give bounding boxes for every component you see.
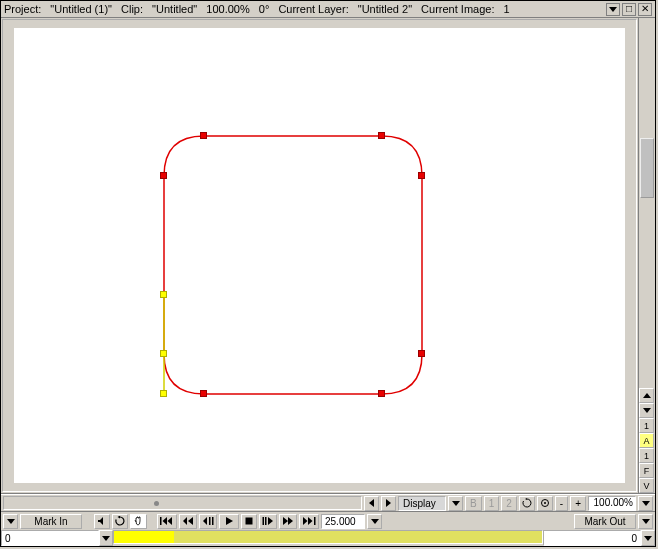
markin-menu-button[interactable]	[3, 514, 18, 529]
path-node-left-top[interactable]	[160, 172, 167, 179]
svg-point-3	[544, 502, 546, 504]
svg-rect-6	[212, 517, 214, 525]
play-button[interactable]	[219, 514, 239, 529]
zoom-in-button[interactable]: +	[570, 496, 586, 511]
side-btn-F[interactable]: F	[639, 463, 654, 478]
canvas-frame	[1, 18, 638, 493]
fit-icon	[540, 498, 550, 508]
fast-forward-icon	[282, 516, 294, 526]
step-forward-button[interactable]	[259, 514, 277, 529]
svg-rect-5	[209, 517, 211, 525]
transport-toolbar: Mark In	[1, 512, 655, 530]
fps-field[interactable]: 25.000	[321, 514, 365, 529]
drawing-canvas[interactable]	[14, 28, 625, 483]
project-label: Project:	[4, 3, 41, 15]
nudge-right-button[interactable]	[381, 496, 396, 511]
go-end-icon	[302, 516, 316, 526]
display-1-button[interactable]: 1	[484, 496, 500, 511]
svg-rect-4	[160, 517, 162, 525]
rewind-button[interactable]	[179, 514, 197, 529]
side-btn-V[interactable]: V	[639, 478, 654, 493]
zoom-out-button[interactable]: -	[555, 496, 568, 511]
refresh-icon	[522, 498, 532, 508]
path-node-bottom-left[interactable]	[200, 390, 207, 397]
loop-icon	[115, 516, 125, 526]
svg-rect-7	[246, 518, 253, 525]
mark-in-button[interactable]: Mark In	[20, 514, 82, 529]
path-node-top-right[interactable]	[378, 132, 385, 139]
control-handle-1[interactable]	[160, 291, 167, 298]
clip-value: "Untitled"	[152, 3, 197, 15]
rotation-value: 0°	[259, 3, 270, 15]
clip-label: Clip:	[121, 3, 143, 15]
scrubber-track[interactable]	[3, 496, 362, 510]
side-btn-A[interactable]: A	[639, 433, 654, 448]
side-scroll-thumb[interactable]	[640, 138, 654, 198]
side-scroll-track[interactable]	[639, 18, 655, 388]
titlebar-menu-button[interactable]	[606, 3, 620, 16]
fit-button[interactable]	[537, 496, 553, 511]
fast-forward-button[interactable]	[279, 514, 297, 529]
titlebar-maximize-button[interactable]: □	[622, 3, 636, 16]
svg-rect-10	[314, 517, 316, 525]
step-back-icon	[202, 516, 214, 526]
zoom-value: 100.00%	[206, 3, 249, 15]
timeline-track[interactable]	[113, 530, 543, 544]
titlebar-close-button[interactable]: ✕	[638, 3, 652, 16]
in-frame-stepper[interactable]	[99, 530, 113, 546]
scrubber-marker[interactable]	[154, 501, 159, 506]
path-node-right-top[interactable]	[418, 172, 425, 179]
timeline-row: 0 0	[1, 530, 655, 546]
in-frame-field[interactable]: 0	[1, 530, 99, 546]
side-arrow-up[interactable]	[639, 388, 654, 403]
hand-tool-button[interactable]	[130, 514, 147, 529]
refresh-button[interactable]	[519, 496, 535, 511]
display-toolbar: Display B 1 2 - + 100.00%	[1, 494, 655, 512]
audio-button[interactable]	[94, 514, 110, 529]
stop-button[interactable]	[241, 514, 257, 529]
stop-icon	[244, 516, 254, 526]
markout-menu-button[interactable]	[638, 514, 653, 529]
zoom-stepper-down[interactable]	[638, 496, 653, 511]
layer-label: Current Layer:	[278, 3, 348, 15]
path-node-bottom-right[interactable]	[378, 390, 385, 397]
image-label: Current Image:	[421, 3, 494, 15]
image-value: 1	[504, 3, 510, 15]
side-btn-1[interactable]: 1	[639, 418, 654, 433]
go-start-icon	[160, 516, 174, 526]
display-2-button[interactable]: 2	[501, 496, 517, 511]
side-btn-1b[interactable]: 1	[639, 448, 654, 463]
project-value: "Untitled (1)"	[50, 3, 112, 15]
nudge-left-button[interactable]	[364, 496, 379, 511]
layer-value: "Untitled 2"	[358, 3, 412, 15]
titlebar: Project: "Untitled (1)" Clip: "Untitled"…	[1, 1, 655, 18]
svg-rect-8	[263, 517, 265, 525]
fps-dropdown-button[interactable]	[367, 514, 382, 529]
step-back-button[interactable]	[199, 514, 217, 529]
mark-out-button[interactable]: Mark Out	[574, 514, 636, 529]
timeline-in-region[interactable]	[114, 531, 174, 543]
display-dropdown-button[interactable]	[448, 496, 463, 511]
control-handle-2[interactable]	[160, 390, 167, 397]
zoom-percent-field[interactable]: 100.00%	[588, 496, 636, 511]
rewind-icon	[182, 516, 194, 526]
side-strip: 1 A 1 F V	[638, 18, 655, 493]
speaker-icon	[97, 516, 107, 526]
path-node-top-left[interactable]	[200, 132, 207, 139]
path-node-left-bottom-selected[interactable]	[160, 350, 167, 357]
svg-rect-9	[265, 517, 267, 525]
out-frame-field[interactable]: 0	[543, 530, 641, 546]
go-start-button[interactable]	[157, 514, 177, 529]
hand-icon	[133, 516, 144, 527]
display-mode-label[interactable]: Display	[398, 496, 446, 511]
path-node-right-bottom[interactable]	[418, 350, 425, 357]
play-icon	[224, 516, 234, 526]
out-frame-stepper[interactable]	[641, 530, 655, 546]
go-end-button[interactable]	[299, 514, 319, 529]
display-B-button[interactable]: B	[465, 496, 482, 511]
step-forward-icon	[262, 516, 274, 526]
loop-button[interactable]	[112, 514, 128, 529]
side-arrow-down[interactable]	[639, 403, 654, 418]
rounded-rect-shape[interactable]	[14, 28, 625, 483]
